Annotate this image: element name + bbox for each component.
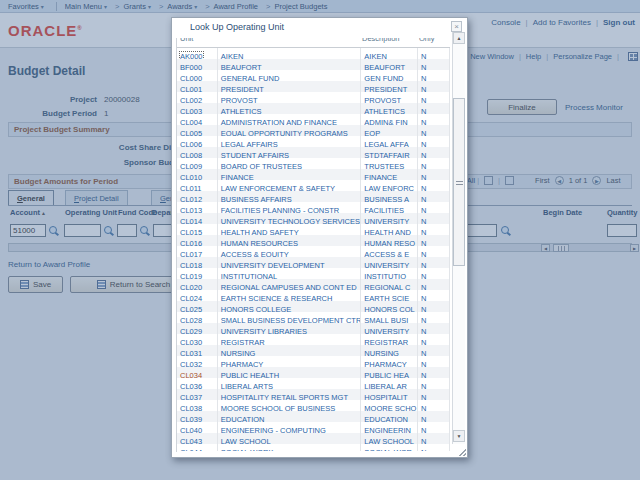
lookup-value-link[interactable]: HONORS COL (364, 305, 414, 312)
lookup-value-link[interactable]: N (421, 360, 426, 367)
lookup-value-link[interactable]: N (421, 371, 426, 378)
lookup-value-link[interactable]: PUBLIC HEALTH (221, 371, 279, 378)
lookup-code-link[interactable]: CL013 (180, 206, 202, 213)
lookup-value-link[interactable]: N (421, 239, 426, 246)
header-budgetary-only[interactable]: Only (416, 38, 445, 47)
lookup-value-link[interactable]: N (421, 305, 426, 312)
lookup-value-link[interactable]: REGIONAL C (364, 283, 410, 290)
scroll-up-icon[interactable]: ▲ (453, 32, 465, 44)
lookup-code-link[interactable]: CL037 (180, 393, 202, 400)
lookup-code-link[interactable]: CL030 (180, 338, 202, 345)
scroll-down-icon[interactable]: ▼ (453, 430, 465, 442)
lookup-value-link[interactable]: N (421, 173, 426, 180)
lookup-value-link[interactable]: REGISTRAR (364, 338, 408, 345)
vertical-scrollbar[interactable]: ▲ ▼ (452, 32, 465, 444)
lookup-value-link[interactable]: N (421, 85, 426, 92)
lookup-value-link[interactable]: FINANCE (221, 173, 254, 180)
lookup-value-link[interactable]: N (421, 140, 426, 147)
lookup-value-link[interactable]: LEGAL AFFAIRS (221, 140, 278, 147)
lookup-value-link[interactable]: AIKEN (364, 52, 387, 59)
lookup-code-link[interactable]: CL008 (180, 151, 202, 158)
lookup-value-link[interactable]: GEN FUND (364, 74, 403, 81)
lookup-value-link[interactable]: N (421, 184, 426, 191)
lookup-code-link[interactable]: CL002 (180, 96, 202, 103)
lookup-value-link[interactable]: N (421, 206, 426, 213)
lookup-value-link[interactable]: FACILITIES (364, 206, 404, 213)
lookup-value-link[interactable]: N (421, 107, 426, 114)
header-short-description[interactable]: Description (359, 38, 416, 47)
lookup-value-link[interactable]: REGISTRAR (221, 338, 265, 345)
lookup-code-link[interactable]: CL032 (180, 360, 202, 367)
lookup-code-link[interactable]: CL029 (180, 327, 202, 334)
lookup-code-link[interactable]: CL019 (180, 272, 202, 279)
lookup-code-link[interactable]: CL034 (180, 371, 202, 378)
lookup-code-link[interactable]: CL036 (180, 382, 202, 389)
lookup-value-link[interactable]: EARTH SCIE (364, 294, 409, 301)
lookup-value-link[interactable]: PROVOST (221, 96, 258, 103)
lookup-value-link[interactable]: AIKEN (221, 52, 244, 59)
lookup-value-link[interactable]: MOORE SCHO (364, 404, 416, 411)
lookup-code-link[interactable]: CL024 (180, 294, 202, 301)
lookup-value-link[interactable]: EDUCATION (221, 415, 265, 422)
lookup-value-link[interactable]: LAW SCHOOL (364, 437, 414, 444)
header-unit[interactable]: Unit (177, 38, 215, 47)
lookup-value-link[interactable]: N (421, 272, 426, 279)
lookup-code-link[interactable]: CL010 (180, 173, 202, 180)
lookup-value-link[interactable]: NURSING (364, 349, 399, 356)
lookup-value-link[interactable]: N (421, 74, 426, 81)
lookup-value-link[interactable]: HONORS COLLEGE (221, 305, 291, 312)
lookup-value-link[interactable]: N (421, 393, 426, 400)
lookup-value-link[interactable]: N (421, 129, 426, 136)
lookup-value-link[interactable]: N (421, 382, 426, 389)
lookup-value-link[interactable]: ADMINISTRATION AND FINANCE (221, 118, 337, 125)
lookup-value-link[interactable]: PHARMACY (364, 360, 407, 367)
lookup-code-link[interactable]: CL044 (180, 448, 202, 451)
lookup-value-link[interactable]: HUMAN RESO (364, 239, 415, 246)
lookup-value-link[interactable]: N (421, 327, 426, 334)
lookup-value-link[interactable]: N (421, 404, 426, 411)
lookup-value-link[interactable]: HOSPITALIT (364, 393, 407, 400)
lookup-value-link[interactable]: LEGAL AFFA (364, 140, 408, 147)
lookup-value-link[interactable]: N (421, 448, 426, 451)
lookup-value-link[interactable]: GENERAL FUND (221, 74, 279, 81)
lookup-value-link[interactable]: SMALL BUSINESS DEVELOPMENT CTR (221, 316, 361, 323)
lookup-value-link[interactable]: UNIVERSITY (364, 261, 409, 268)
lookup-code-link[interactable]: CL016 (180, 239, 202, 246)
lookup-code-link[interactable]: CL011 (180, 184, 202, 191)
lookup-value-link[interactable]: N (421, 195, 426, 202)
lookup-value-link[interactable]: N (421, 162, 426, 169)
lookup-code-link[interactable]: CL031 (180, 349, 202, 356)
lookup-value-link[interactable]: HOSPITALITY RETAIL SPORTS MGT (221, 393, 348, 400)
lookup-value-link[interactable]: N (421, 217, 426, 224)
lookup-value-link[interactable]: UNIVERSITY DEVELOPMENT (221, 261, 325, 268)
lookup-value-link[interactable]: N (421, 283, 426, 290)
lookup-value-link[interactable]: N (421, 63, 426, 70)
lookup-value-link[interactable]: UNIVERSITY (364, 217, 409, 224)
lookup-value-link[interactable]: BOARD OF TRUSTEES (221, 162, 302, 169)
lookup-value-link[interactable]: BUSINESS A (364, 195, 409, 202)
lookup-value-link[interactable]: ENGINEERIN (364, 426, 411, 433)
lookup-code-link[interactable]: CL039 (180, 415, 202, 422)
lookup-value-link[interactable]: FACILITIES PLANNING - CONSTR (221, 206, 339, 213)
lookup-code-link[interactable]: CL043 (180, 437, 202, 444)
lookup-value-link[interactable]: LIBERAL AR (364, 382, 407, 389)
lookup-value-link[interactable]: ACCESS & EQUITY (221, 250, 289, 257)
lookup-value-link[interactable]: UNIVERSITY LIBRARIES (221, 327, 307, 334)
lookup-value-link[interactable]: N (421, 96, 426, 103)
header-description[interactable] (215, 38, 359, 47)
lookup-value-link[interactable]: UNIVERSITY (364, 327, 409, 334)
resize-grip[interactable] (456, 446, 466, 456)
lookup-value-link[interactable]: ADMIN& FIN (364, 118, 407, 125)
lookup-code-link[interactable]: CL006 (180, 140, 202, 147)
lookup-value-link[interactable]: EARTH SCIENCE & RESEARCH (221, 294, 333, 301)
lookup-value-link[interactable]: LAW SCHOOL (221, 437, 271, 444)
lookup-value-link[interactable]: EDUCATION (364, 415, 408, 422)
lookup-value-link[interactable]: PROVOST (364, 96, 401, 103)
lookup-code-link[interactable]: CL025 (180, 305, 202, 312)
lookup-code-link[interactable]: CL005 (180, 129, 202, 136)
lookup-value-link[interactable]: ATHLETICS (221, 107, 262, 114)
lookup-value-link[interactable]: UNIVERSITY TECHNOLOGY SERVICES (221, 217, 360, 224)
lookup-value-link[interactable]: STUDENT AFFAIRS (221, 151, 289, 158)
lookup-value-link[interactable]: N (421, 228, 426, 235)
lookup-value-link[interactable]: STDTAFFAIR (364, 151, 409, 158)
